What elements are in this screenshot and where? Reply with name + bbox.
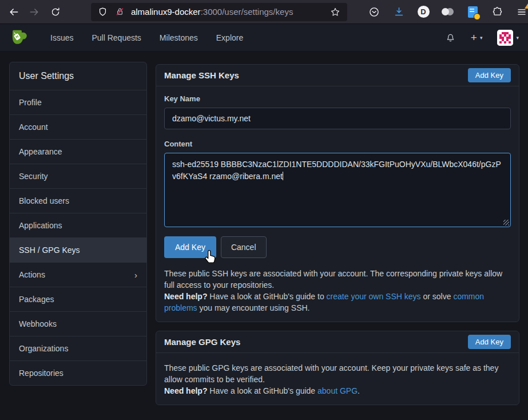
cancel-button[interactable]: Cancel <box>221 236 267 258</box>
key-name-label: Key Name <box>164 94 511 103</box>
ssh-need-help-label: Need help? <box>164 292 207 301</box>
pocket-icon[interactable] <box>368 6 380 18</box>
url-host: almalinux9-docker <box>131 7 201 17</box>
clock-badge-icon <box>474 13 481 20</box>
url-text[interactable]: almalinux9-docker:3000/user/settings/key… <box>131 7 324 17</box>
tracking-shield-icon[interactable] <box>97 6 109 18</box>
toolbar-extensions: D <box>368 6 528 18</box>
sidebar-item-blocked-users[interactable]: Blocked users <box>10 188 146 213</box>
resize-grip[interactable] <box>503 220 509 225</box>
extension-circles-icon[interactable] <box>442 6 454 18</box>
sidebar-item-organizations[interactable]: Organizations <box>10 336 146 360</box>
downloads-icon[interactable] <box>392 6 405 18</box>
chevron-down-icon: ▾ <box>480 35 483 41</box>
sidebar-item-ssh-gpg-keys[interactable]: SSH / GPG Keys <box>10 237 146 262</box>
ssh-help-text: These public SSH keys are associated wit… <box>164 268 511 314</box>
extension-document-icon[interactable] <box>466 6 479 18</box>
nav-item-pull-requests[interactable]: Pull Requests <box>82 27 150 48</box>
extensions-puzzle-icon[interactable] <box>491 6 503 18</box>
about-gpg-link[interactable]: about GPG <box>317 386 358 395</box>
bookmark-star-icon[interactable] <box>329 6 342 18</box>
key-content-textarea[interactable]: ssh-ed25519 BBBBC3NzaC1lZDI1NTE5DDDDIDAN… <box>164 153 511 227</box>
notifications-button[interactable] <box>445 32 456 43</box>
plus-icon: + <box>471 32 477 43</box>
gitea-navbar: Issues Pull Requests Milestones Explore … <box>0 24 528 51</box>
nav-item-issues[interactable]: Issues <box>41 27 82 48</box>
back-icon <box>8 6 19 18</box>
update-badge-icon <box>525 3 528 9</box>
sidebar-item-security[interactable]: Security <box>10 164 146 188</box>
gpg-need-help-label: Need help? <box>164 386 207 395</box>
create-ssh-keys-link[interactable]: create your own SSH keys <box>327 292 421 301</box>
url-bar[interactable]: almalinux9-docker:3000/user/settings/key… <box>91 3 347 21</box>
bell-icon <box>445 32 456 43</box>
forward-icon <box>29 6 40 18</box>
ssh-add-key-header-button[interactable]: Add Key <box>468 68 511 82</box>
sidebar-item-packages[interactable]: Packages <box>10 287 146 311</box>
reload-button[interactable] <box>47 3 63 21</box>
url-path: :3000/user/settings/keys <box>201 7 293 17</box>
sidebar-item-profile[interactable]: Profile <box>10 90 146 114</box>
insecure-lock-icon[interactable] <box>114 6 126 18</box>
avatar <box>497 30 513 46</box>
chevron-right-icon: › <box>134 271 137 279</box>
forward-button[interactable] <box>26 3 42 21</box>
ssh-panel-title: Manage SSH Keys <box>164 70 239 80</box>
key-name-input[interactable] <box>164 108 511 129</box>
user-menu-button[interactable]: ▾ <box>497 30 519 46</box>
gpg-add-key-header-button[interactable]: Add Key <box>468 335 511 349</box>
gitea-logo-icon[interactable] <box>9 29 29 46</box>
sidebar-item-webhooks[interactable]: Webhooks <box>10 311 146 336</box>
ssh-keys-panel: Manage SSH Keys Add Key Key Name Content… <box>156 64 519 322</box>
create-new-button[interactable]: + ▾ <box>471 32 483 43</box>
sidebar-item-actions[interactable]: Actions› <box>10 262 146 287</box>
reload-icon <box>50 7 61 17</box>
sidebar-item-appearance[interactable]: Appearance <box>10 139 146 164</box>
nav-item-milestones[interactable]: Milestones <box>150 27 207 48</box>
chevron-down-icon: ▾ <box>516 35 519 41</box>
nav-item-explore[interactable]: Explore <box>207 27 252 48</box>
sidebar-title: User Settings <box>10 62 146 90</box>
back-button[interactable] <box>6 3 22 21</box>
gpg-help-text: These public GPG keys are associated wit… <box>164 362 511 397</box>
gpg-panel-title: Manage GPG Keys <box>164 337 240 347</box>
gpg-keys-panel: Manage GPG Keys Add Key These public GPG… <box>156 331 519 405</box>
sidebar-item-account[interactable]: Account <box>10 114 146 139</box>
content-label: Content <box>164 140 511 148</box>
browser-toolbar: almalinux9-docker:3000/user/settings/key… <box>0 0 528 24</box>
app-menu-icon[interactable] <box>515 6 528 18</box>
text-caret <box>283 172 283 180</box>
key-content-value: ssh-ed25519 BBBBC3NzaC1lZDI1NTE5DDDDIDAN… <box>172 160 501 181</box>
add-key-submit-button[interactable]: Add Key <box>164 236 216 258</box>
sidebar-item-repositories[interactable]: Repositories <box>10 360 146 385</box>
sidebar-item-applications[interactable]: Applications <box>10 213 146 237</box>
settings-sidebar: User Settings Profile Account Appearance… <box>9 62 147 386</box>
extension-d-icon[interactable]: D <box>417 6 430 18</box>
